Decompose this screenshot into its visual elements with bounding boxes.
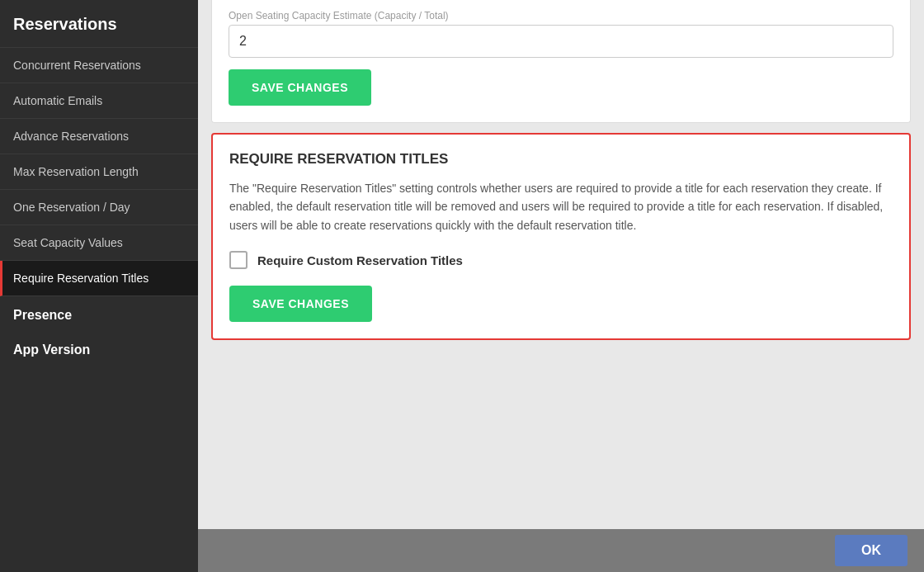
require-reservation-titles-card: REQUIRE RESERVATION TITLES The "Require … bbox=[211, 133, 911, 340]
checkbox-row: Require Custom Reservation Titles bbox=[229, 251, 893, 269]
sidebar-item-require-reservation-titles[interactable]: Require Reservation Titles bbox=[0, 261, 198, 296]
sidebar-item-concurrent-reservations[interactable]: Concurrent Reservations bbox=[0, 48, 198, 83]
save-changes-button-bottom[interactable]: SAVE CHANGES bbox=[229, 286, 372, 322]
card-description: The "Require Reservation Titles" setting… bbox=[229, 179, 893, 234]
save-changes-button-top[interactable]: SAVE CHANGES bbox=[229, 69, 371, 106]
sidebar: Reservations Concurrent Reservations Aut… bbox=[0, 0, 198, 572]
modal-container: Reservations Concurrent Reservations Aut… bbox=[0, 0, 924, 572]
sidebar-title: Reservations bbox=[0, 0, 198, 48]
capacity-input[interactable] bbox=[229, 25, 893, 58]
checkbox-label: Require Custom Reservation Titles bbox=[257, 253, 463, 267]
card-title: REQUIRE RESERVATION TITLES bbox=[229, 151, 893, 168]
sidebar-item-advance-reservations[interactable]: Advance Reservations bbox=[0, 119, 198, 154]
main-content: Open Seating Capacity Estimate (Capacity… bbox=[198, 0, 924, 572]
top-partial-card: Open Seating Capacity Estimate (Capacity… bbox=[211, 0, 911, 123]
sidebar-section-presence[interactable]: Presence bbox=[0, 296, 198, 331]
input-label: Open Seating Capacity Estimate (Capacity… bbox=[229, 10, 893, 21]
content-area: Open Seating Capacity Estimate (Capacity… bbox=[198, 0, 924, 529]
sidebar-item-max-reservation-length[interactable]: Max Reservation Length bbox=[0, 154, 198, 190]
sidebar-section-app-version[interactable]: App Version bbox=[0, 331, 198, 366]
sidebar-item-automatic-emails[interactable]: Automatic Emails bbox=[0, 83, 198, 119]
sidebar-item-seat-capacity-values[interactable]: Seat Capacity Values bbox=[0, 225, 198, 261]
ok-button[interactable]: OK bbox=[835, 535, 908, 566]
require-custom-titles-checkbox[interactable] bbox=[229, 251, 248, 269]
sidebar-item-one-reservation-day[interactable]: One Reservation / Day bbox=[0, 190, 198, 225]
footer-bar: OK bbox=[198, 529, 924, 572]
